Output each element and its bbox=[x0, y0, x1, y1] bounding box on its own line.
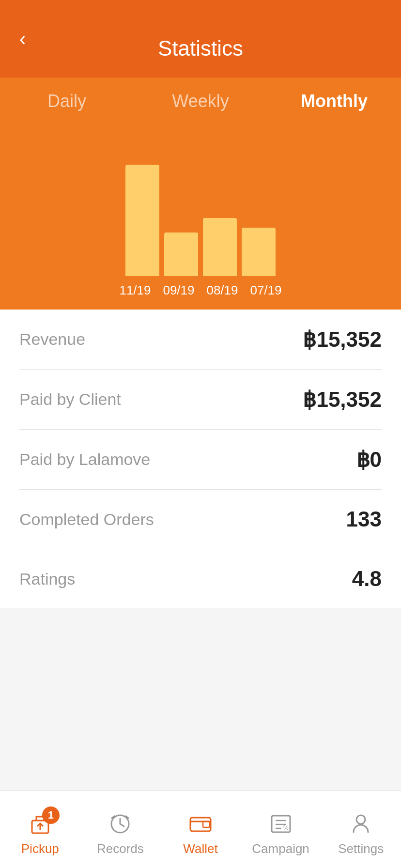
pickup-icon: 1 bbox=[27, 810, 54, 837]
chart-bars bbox=[125, 145, 276, 276]
svg-rect-5 bbox=[190, 818, 211, 831]
stat-value: ฿15,352 bbox=[303, 327, 382, 352]
stat-label: Paid by Client bbox=[19, 390, 121, 409]
chart-bar-label: 07/19 bbox=[247, 283, 285, 298]
tab-monthly[interactable]: Monthly bbox=[267, 91, 401, 121]
bar-group bbox=[203, 218, 237, 276]
header: ‹ Statistics bbox=[0, 0, 401, 78]
bottom-nav: 1 Pickup Records Wallet bbox=[0, 790, 401, 868]
stat-label: Revenue bbox=[19, 330, 85, 349]
settings-icon bbox=[347, 810, 374, 837]
chart-labels: 11/1909/1908/1907/19 bbox=[0, 276, 401, 310]
nav-item-campaign[interactable]: % Campaign bbox=[241, 803, 321, 856]
page-title: Statistics bbox=[158, 36, 243, 61]
stat-label: Completed Orders bbox=[19, 510, 154, 529]
campaign-icon: % bbox=[267, 810, 294, 837]
stat-row: Paid by Lalamove฿0 bbox=[19, 430, 382, 490]
stat-row: Revenue฿15,352 bbox=[19, 310, 382, 370]
chart-bar bbox=[203, 218, 237, 276]
bar-group bbox=[242, 228, 276, 276]
stat-row: Ratings4.8 bbox=[19, 549, 382, 608]
chart-bar bbox=[125, 165, 159, 276]
chart-bar-label: 11/19 bbox=[116, 283, 154, 298]
nav-label-wallet: Wallet bbox=[183, 841, 217, 856]
stats-list: Revenue฿15,352Paid by Client฿15,352Paid … bbox=[0, 310, 401, 608]
stat-value: 133 bbox=[346, 507, 382, 531]
chart-area bbox=[0, 121, 401, 276]
chart-bar-label: 08/19 bbox=[203, 283, 242, 298]
nav-item-settings[interactable]: Settings bbox=[321, 803, 401, 856]
pickup-badge: 1 bbox=[42, 806, 60, 824]
stat-row: Completed Orders133 bbox=[19, 490, 382, 549]
stat-value: ฿0 bbox=[356, 447, 382, 472]
chart-bar bbox=[242, 228, 276, 276]
stat-label: Paid by Lalamove bbox=[19, 450, 150, 469]
period-tabs: Daily Weekly Monthly bbox=[0, 78, 401, 121]
stat-label: Ratings bbox=[19, 570, 75, 589]
nav-label-settings: Settings bbox=[338, 841, 384, 856]
nav-label-pickup: Pickup bbox=[21, 841, 59, 856]
nav-label-campaign: Campaign bbox=[252, 841, 309, 856]
wallet-icon bbox=[187, 810, 214, 837]
chart-bar-label: 09/19 bbox=[159, 283, 198, 298]
svg-text:%: % bbox=[283, 824, 289, 831]
nav-label-records: Records bbox=[97, 841, 144, 856]
tab-weekly[interactable]: Weekly bbox=[134, 91, 267, 121]
chart-bar bbox=[164, 232, 198, 276]
bar-group bbox=[125, 165, 159, 276]
bar-group bbox=[164, 232, 198, 276]
nav-item-pickup[interactable]: 1 Pickup bbox=[0, 803, 80, 856]
svg-point-14 bbox=[356, 815, 365, 824]
records-icon bbox=[107, 810, 134, 837]
stat-value: 4.8 bbox=[352, 567, 382, 591]
stat-value: ฿15,352 bbox=[303, 387, 382, 412]
svg-rect-6 bbox=[203, 822, 210, 827]
nav-item-records[interactable]: Records bbox=[80, 803, 161, 856]
nav-item-wallet[interactable]: Wallet bbox=[160, 803, 241, 856]
tab-daily[interactable]: Daily bbox=[0, 91, 134, 121]
back-button[interactable]: ‹ bbox=[19, 29, 26, 48]
stat-row: Paid by Client฿15,352 bbox=[19, 370, 382, 430]
